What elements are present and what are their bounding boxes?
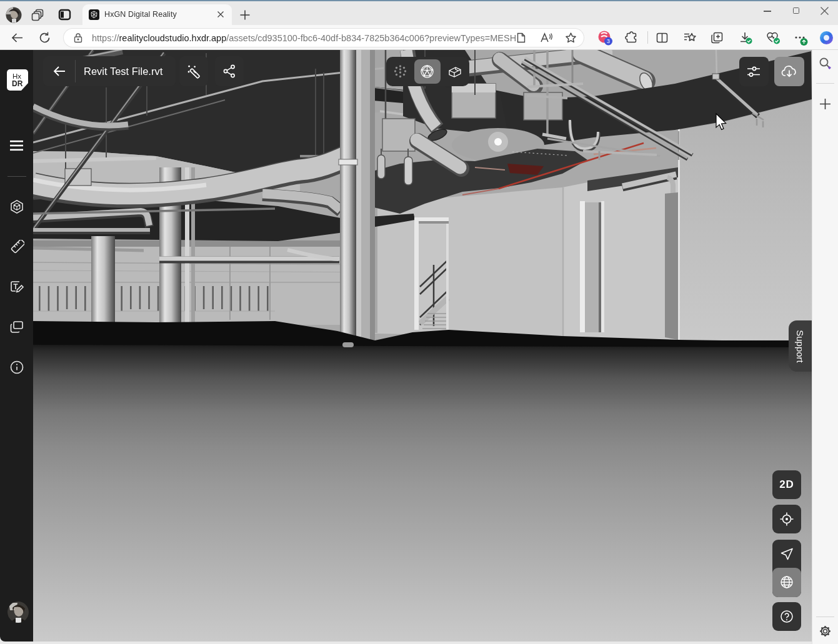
svg-text:3: 3 xyxy=(607,38,610,44)
svg-text:DR: DR xyxy=(12,79,23,88)
